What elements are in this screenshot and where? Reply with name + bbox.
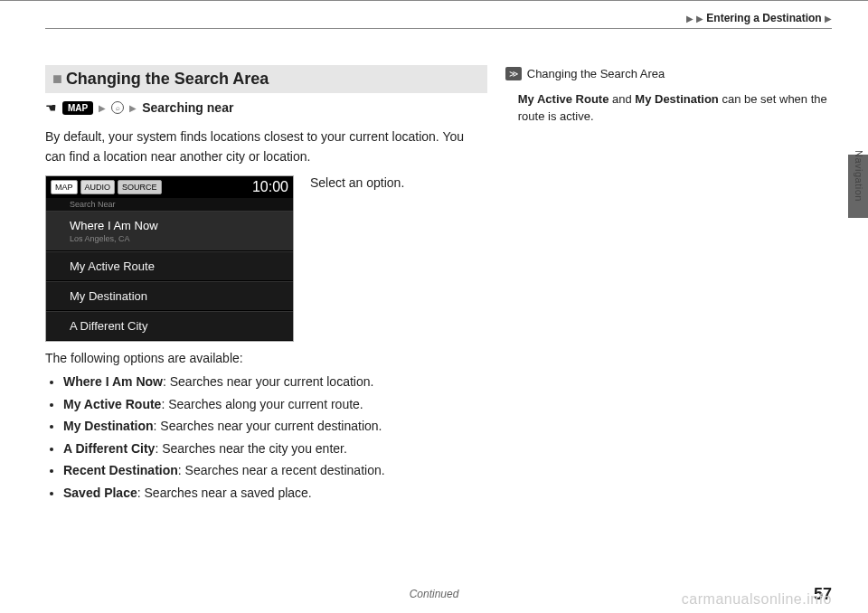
instruction-text: Select an option. bbox=[310, 175, 404, 190]
watermark: carmanualsonline.info bbox=[682, 591, 832, 608]
screenshot-tab-audio: AUDIO bbox=[80, 180, 116, 194]
square-bullet-icon: ■ bbox=[52, 70, 62, 88]
opt-label: My Destination bbox=[63, 419, 154, 433]
path-end-label: Searching near bbox=[142, 100, 233, 115]
screenshot-tab-map: MAP bbox=[51, 180, 78, 194]
side-body: My Active Route and My Destination can b… bbox=[505, 90, 832, 126]
map-button-chip: MAP bbox=[62, 101, 93, 115]
opt-desc: : Searches near a saved place. bbox=[137, 486, 312, 500]
list-item: A Different City: Searches near the city… bbox=[63, 438, 487, 460]
section-heading: ■Changing the Search Area bbox=[45, 65, 487, 93]
list-item: Recent Destination: Searches near a rece… bbox=[63, 459, 487, 482]
chevron-right-icon: ▶ bbox=[686, 14, 693, 24]
screenshot-subhead: Search Near bbox=[46, 198, 293, 211]
side-column: ≫ Changing the Search Area My Active Rou… bbox=[505, 65, 832, 504]
screenshot-item-active-route: My Active Route bbox=[46, 251, 293, 281]
breadcrumb-label: Entering a Destination bbox=[706, 12, 821, 24]
side-bold-2: My Destination bbox=[635, 92, 718, 106]
chevron-right-icon: ▶ bbox=[696, 14, 703, 24]
triangle-right-icon: ▶ bbox=[129, 103, 137, 113]
list-item: My Active Route: Searches along your cur… bbox=[63, 393, 487, 416]
options-list: Where I Am Now: Searches near your curre… bbox=[45, 371, 487, 504]
opt-label: Recent Destination bbox=[63, 463, 178, 477]
screenshot-item-diff-city: A Different City bbox=[46, 311, 293, 341]
magnifier-icon: ⌕ bbox=[111, 101, 124, 114]
item-subline: Los Angeles, CA bbox=[70, 234, 269, 243]
triangle-right-icon: ▶ bbox=[99, 103, 106, 113]
screenshot-item-where-now: Where I Am Now Los Angeles, CA bbox=[46, 211, 293, 251]
main-column: ■Changing the Search Area ☚ MAP ▶ ⌕ ▶ Se… bbox=[45, 65, 487, 504]
opt-label: Saved Place bbox=[63, 486, 137, 500]
side-heading: ≫ Changing the Search Area bbox=[505, 65, 832, 83]
side-bold-1: My Active Route bbox=[518, 92, 609, 106]
opt-label: A Different City bbox=[63, 441, 155, 456]
side-mid: and bbox=[609, 92, 635, 106]
procedure-path: ☚ MAP ▶ ⌕ ▶ Searching near bbox=[45, 100, 487, 115]
screenshot-item-destination: My Destination bbox=[46, 281, 293, 311]
opt-desc: : Searches near your current location. bbox=[163, 374, 373, 389]
intro-text: By default, your system finds locations … bbox=[45, 127, 487, 166]
list-item: My Destination: Searches near your curre… bbox=[63, 415, 487, 438]
options-lead: The following options are available: bbox=[45, 351, 487, 365]
breadcrumb: ▶ ▶ Entering a Destination ▶ bbox=[45, 12, 832, 24]
opt-label: My Active Route bbox=[63, 397, 161, 411]
screenshot-list: Where I Am Now Los Angeles, CA My Active… bbox=[46, 211, 293, 341]
opt-label: Where I Am Now bbox=[63, 374, 163, 389]
screenshot-clock: 10:00 bbox=[252, 179, 288, 195]
continued-label: Continued bbox=[410, 588, 459, 600]
screenshot-top-bar: MAP AUDIO SOURCE 10:00 bbox=[46, 176, 293, 198]
item-label: Where I Am Now bbox=[70, 219, 158, 232]
opt-desc: : Searches near a recent destination. bbox=[178, 463, 385, 477]
list-item: Saved Place: Searches near a saved place… bbox=[63, 482, 487, 505]
note-icon: ≫ bbox=[505, 67, 522, 80]
screenshot-tab-source: SOURCE bbox=[118, 180, 162, 194]
opt-desc: : Searches along your current route. bbox=[161, 397, 363, 411]
opt-desc: : Searches near the city you enter. bbox=[155, 441, 346, 456]
heading-text: Changing the Search Area bbox=[66, 70, 269, 88]
device-screenshot: MAP AUDIO SOURCE 10:00 Search Near Where… bbox=[45, 175, 294, 342]
divider bbox=[45, 28, 832, 29]
hand-icon: ☚ bbox=[45, 100, 57, 115]
list-item: Where I Am Now: Searches near your curre… bbox=[63, 371, 487, 393]
section-tab-label: Navigation bbox=[854, 150, 864, 202]
side-heading-text: Changing the Search Area bbox=[527, 65, 665, 83]
opt-desc: : Searches near your current destination… bbox=[154, 419, 382, 433]
chevron-right-icon: ▶ bbox=[825, 14, 832, 24]
